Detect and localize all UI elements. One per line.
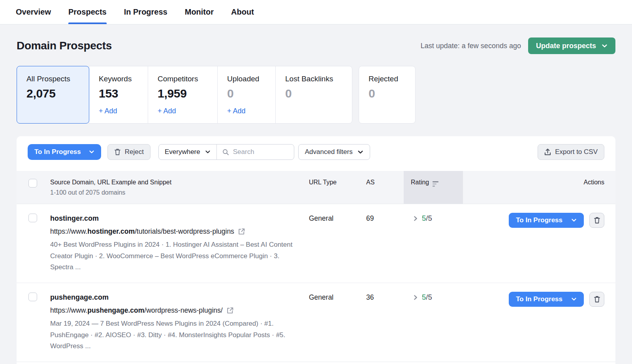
trash-icon [594, 217, 600, 224]
card-label: Uploaded [227, 75, 266, 83]
trash-icon [114, 148, 121, 156]
card-competitors[interactable]: Competitors 1,959 + Add [148, 66, 218, 124]
chevron-down-icon [357, 149, 363, 155]
card-all-prospects[interactable]: All Prospects 2,075 [17, 66, 89, 124]
column-url-type-header[interactable]: URL Type [309, 171, 366, 204]
card-lost-backlinks[interactable]: Lost Backlinks 0 [275, 66, 352, 124]
rating-value: 5/5 [422, 214, 432, 223]
table-row: pushengage.com https://www.pushengage.co… [17, 283, 615, 362]
to-in-progress-row-label: To In Progress [516, 295, 562, 303]
sort-descending-icon [433, 181, 438, 187]
column-rating-label: Rating [411, 171, 429, 186]
last-update-text: Last update: a few seconds ago [421, 42, 521, 50]
authority-score-value: 69 [366, 204, 404, 283]
card-value: 1,959 [158, 87, 208, 100]
chevron-down-icon [89, 149, 94, 155]
url-domain[interactable]: pushengage.com [87, 306, 144, 315]
advanced-filters-button[interactable]: Advanced filters [298, 144, 370, 160]
to-in-progress-row-label: To In Progress [516, 216, 562, 224]
card-rejected[interactable]: Rejected 0 [359, 66, 416, 124]
tab-about[interactable]: About [231, 0, 254, 24]
to-in-progress-row-button[interactable]: To In Progress [509, 213, 584, 228]
card-value: 2,075 [26, 87, 79, 100]
card-value: 153 [99, 87, 138, 100]
advanced-filters-label: Advanced filters [305, 148, 353, 156]
to-in-progress-bulk-label: To In Progress [34, 148, 81, 156]
top-nav: Overview Prospects In Progress Monitor A… [0, 0, 632, 24]
row-checkbox[interactable] [28, 214, 37, 222]
column-rating-header[interactable]: Rating [404, 171, 463, 204]
tab-monitor[interactable]: Monitor [185, 0, 214, 24]
chevron-down-icon [571, 296, 577, 302]
card-keywords[interactable]: Keywords 153 + Add [89, 66, 148, 124]
column-as-header[interactable]: AS [366, 171, 404, 204]
prospects-table-card: To In Progress Reject Everywhere [17, 136, 615, 364]
export-to-csv-label: Export to CSV [555, 148, 598, 156]
add-competitors-link[interactable]: + Add [158, 107, 176, 115]
search-icon [222, 149, 229, 156]
export-icon [544, 148, 551, 156]
prospect-source-cards: All Prospects 2,075 Keywords 153 + Add C… [0, 54, 632, 124]
reject-button[interactable]: Reject [107, 144, 150, 160]
table-toolbar: To In Progress Reject Everywhere [17, 136, 615, 160]
url-example: https://www.pushengage.com/wordpress-new… [50, 306, 309, 315]
card-label: Keywords [99, 75, 138, 83]
expand-rating-icon[interactable] [412, 295, 418, 300]
search-input[interactable] [233, 148, 288, 156]
external-link-icon[interactable] [226, 307, 234, 314]
card-label: Rejected [369, 75, 406, 83]
search-scope-select[interactable]: Everywhere [159, 144, 217, 159]
card-label: Competitors [158, 75, 208, 83]
rating-value: 5/5 [422, 293, 432, 302]
page-title: Domain Prospects [17, 39, 112, 52]
expand-rating-icon[interactable] [412, 216, 418, 221]
tab-in-progress[interactable]: In Progress [124, 0, 167, 24]
chevron-down-icon [571, 218, 577, 223]
delete-row-button[interactable] [589, 292, 604, 307]
card-value: 0 [369, 87, 406, 100]
url-type-value: General [309, 283, 366, 362]
url-type-value: General [309, 204, 366, 283]
source-domain[interactable]: hostinger.com [50, 214, 309, 223]
delete-row-button[interactable] [589, 213, 604, 228]
chevron-down-icon [602, 43, 608, 49]
url-example: https://www.hostinger.com/tutorials/best… [50, 227, 309, 236]
source-domain[interactable]: pushengage.com [50, 293, 309, 302]
table-row: hostinger.com https://www.hostinger.com/… [17, 204, 615, 283]
card-uploaded[interactable]: Uploaded 0 + Add [217, 66, 276, 124]
url-path[interactable]: /tutorials/best-wordpress-plugins [135, 227, 234, 236]
add-uploaded-link[interactable]: + Add [227, 107, 246, 115]
add-keywords-link[interactable]: + Add [99, 107, 117, 115]
column-source-header: Source Domain, URL Example and Snippet [50, 171, 309, 186]
authority-score-value: 36 [366, 283, 404, 362]
search-scope-value: Everywhere [165, 148, 200, 156]
url-domain[interactable]: hostinger.com [87, 227, 135, 236]
tab-prospects[interactable]: Prospects [68, 0, 107, 24]
tab-overview[interactable]: Overview [16, 0, 51, 24]
url-path[interactable]: /wordpress-news-plugins/ [144, 306, 222, 315]
search-box [217, 144, 294, 159]
url-prefix[interactable]: https://www. [50, 306, 87, 315]
column-actions-header: Actions [463, 171, 604, 204]
url-snippet: Mar 19, 2024 — 7 Best WordPress News Plu… [50, 318, 296, 352]
export-to-csv-button[interactable]: Export to CSV [538, 144, 604, 160]
reject-label: Reject [125, 148, 144, 156]
search-control: Everywhere [158, 144, 294, 160]
select-all-checkbox[interactable] [28, 179, 37, 188]
card-label: All Prospects [26, 75, 79, 83]
chevron-down-icon [205, 149, 211, 155]
url-prefix[interactable]: https://www. [50, 227, 87, 236]
page-header: Domain Prospects Last update: a few seco… [0, 24, 632, 54]
row-checkbox[interactable] [28, 293, 37, 301]
card-value: 0 [227, 87, 266, 100]
trash-icon [594, 296, 600, 303]
to-in-progress-bulk-button[interactable]: To In Progress [28, 144, 101, 160]
card-value: 0 [285, 87, 342, 100]
external-link-icon[interactable] [238, 228, 245, 235]
to-in-progress-row-button[interactable]: To In Progress [509, 292, 584, 307]
url-snippet: 40+ Best WordPress Plugins in 2024 · 1. … [50, 239, 296, 273]
result-range-text: 1-100 out of 2075 domains [50, 189, 309, 196]
update-prospects-button[interactable]: Update prospects [528, 38, 615, 54]
table-header-row: Source Domain, URL Example and Snippet 1… [17, 171, 615, 204]
update-prospects-label: Update prospects [536, 42, 596, 50]
